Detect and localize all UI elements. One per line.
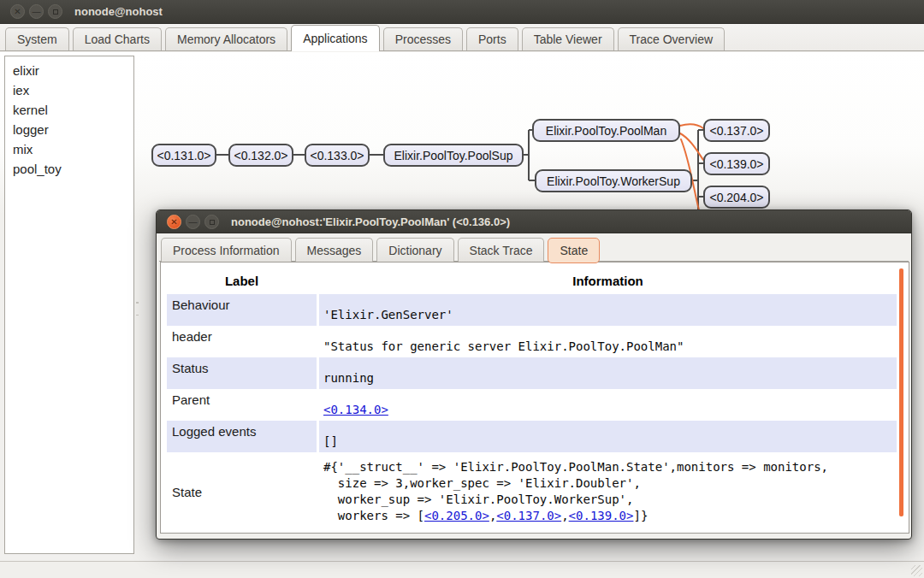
main-tab-applications[interactable]: Applications <box>291 25 380 51</box>
status-bar <box>0 561 924 578</box>
info-text: worker_sup => 'Elixir.PoolToy.WorkerSup'… <box>323 492 633 506</box>
info-text: #{'__struct__' => 'Elixir.PoolToy.PoolMa… <box>323 460 828 474</box>
state-line: #{'__struct__' => 'Elixir.PoolToy.PoolMa… <box>323 459 897 475</box>
row-label: Logged events <box>167 421 317 452</box>
minimize-icon[interactable]: — <box>29 4 44 19</box>
process-node-elixir-pooltoy-workersup[interactable]: Elixir.PoolToy.WorkerSup <box>535 169 692 192</box>
process-node-0-132-0[interactable]: <0.132.0> <box>228 144 293 167</box>
child-tab-messages[interactable]: Messages <box>295 238 374 262</box>
info-text: size => 3,worker_spec => 'Elixir.Doubler… <box>323 476 641 490</box>
state-tab-panel: Label Information Behaviour'Elixir.GenSe… <box>160 262 909 534</box>
row-information: <0.134.0> <box>319 389 897 421</box>
child-window-titlebar: ✕ — nonode@nohost:'Elixir.PoolToy.PoolMa… <box>157 210 911 233</box>
main-tab-load-charts[interactable]: Load Charts <box>73 27 162 50</box>
process-node-0-139-0[interactable]: <0.139.0> <box>703 152 770 175</box>
row-label: Parent <box>167 389 317 421</box>
table-row: Parent<0.134.0> <box>167 389 897 421</box>
main-tab-ports[interactable]: Ports <box>466 27 518 50</box>
row-information: 'Elixir.GenServer' <box>319 294 897 326</box>
main-tab-memory-allocators[interactable]: Memory Allocators <box>165 27 287 50</box>
maximize-icon[interactable] <box>48 4 62 19</box>
table-row: Statusrunning <box>167 357 897 389</box>
process-node-elixir-pooltoy-poolsup[interactable]: Elixir.PoolToy.PoolSup <box>383 144 524 167</box>
table-row: header"Status for generic server Elixir.… <box>167 326 897 357</box>
row-label: header <box>167 326 317 357</box>
table-header-row: Label Information <box>167 268 897 294</box>
main-tab-system[interactable]: System <box>5 27 69 50</box>
row-label: State <box>167 452 317 531</box>
process-node-elixir-pooltoy-poolman[interactable]: Elixir.PoolToy.PoolMan <box>532 119 680 142</box>
info-text: ]} <box>633 509 648 522</box>
maximize-icon[interactable] <box>204 215 219 229</box>
resize-grip-icon[interactable] <box>911 565 922 576</box>
main-tab-trace-overview[interactable]: Trace Overview <box>618 27 726 50</box>
row-information: "Status for generic server Elixir.PoolTo… <box>319 326 897 357</box>
main-tab-bar: SystemLoad ChartsMemory AllocatorsApplic… <box>0 24 924 51</box>
pid-link[interactable]: <0.139.0> <box>569 509 634 522</box>
row-label: Status <box>167 357 317 389</box>
row-information: [] <box>319 421 897 452</box>
main-tab-processes[interactable]: Processes <box>383 27 463 50</box>
main-tab-table-viewer[interactable]: Table Viewer <box>522 27 614 50</box>
child-window-title: nonode@nohost:'Elixir.PoolToy.PoolMan' (… <box>231 215 510 228</box>
table-row: Logged events[] <box>167 421 897 452</box>
child-tab-process-information[interactable]: Process Information <box>161 238 292 262</box>
table-row: State#{'__struct__' => 'Elixir.PoolToy.P… <box>167 452 897 531</box>
state-line: size => 3,worker_spec => 'Elixir.Doubler… <box>323 475 897 492</box>
state-line: worker_sup => 'Elixir.PoolToy.WorkerSup'… <box>323 492 897 508</box>
observer-app: ✕ — nonode@nohost SystemLoad ChartsMemor… <box>0 0 924 578</box>
process-detail-window: ✕ — nonode@nohost:'Elixir.PoolToy.PoolMa… <box>156 209 912 540</box>
info-text: "Status for generic server Elixir.PoolTo… <box>323 339 684 353</box>
pid-link[interactable]: <0.137.0> <box>496 509 561 522</box>
main-window-titlebar: ✕ — nonode@nohost <box>0 0 924 24</box>
row-information: running <box>319 357 897 389</box>
state-line: workers => [<0.205.0>,<0.137.0>,<0.139.0… <box>323 508 897 524</box>
info-text: running <box>323 371 374 385</box>
row-information: #{'__struct__' => 'Elixir.PoolToy.PoolMa… <box>319 452 897 531</box>
child-tab-bar: Process InformationMessagesDictionarySta… <box>157 233 911 262</box>
child-tab-stack-trace[interactable]: Stack Trace <box>458 238 545 262</box>
process-node-0-131-0[interactable]: <0.131.0> <box>151 144 216 167</box>
process-node-0-133-0[interactable]: <0.133.0> <box>305 144 370 167</box>
pid-link[interactable]: <0.205.0> <box>424 509 489 522</box>
row-label: Behaviour <box>167 294 317 326</box>
info-text: , <box>561 509 568 522</box>
child-tab-state[interactable]: State <box>548 238 600 263</box>
table-row: Behaviour'Elixir.GenServer' <box>167 294 897 326</box>
child-tab-dictionary[interactable]: Dictionary <box>376 238 453 262</box>
close-icon[interactable]: ✕ <box>10 4 25 19</box>
info-text: workers => [ <box>323 509 424 522</box>
info-text: [] <box>323 434 338 448</box>
process-node-0-204-0[interactable]: <0.204.0> <box>703 186 770 209</box>
information-column-header: Information <box>319 268 897 294</box>
process-info-table: Label Information Behaviour'Elixir.GenSe… <box>167 268 897 531</box>
process-node-0-137-0[interactable]: <0.137.0> <box>703 119 770 142</box>
close-icon[interactable]: ✕ <box>167 215 181 229</box>
pid-link[interactable]: <0.134.0> <box>323 403 388 416</box>
vertical-scrollbar[interactable] <box>899 268 903 516</box>
label-column-header: Label <box>167 268 317 294</box>
info-text: 'Elixir.GenServer' <box>323 308 453 321</box>
main-window-title: nonode@nohost <box>74 5 163 18</box>
minimize-icon[interactable]: — <box>186 215 200 229</box>
